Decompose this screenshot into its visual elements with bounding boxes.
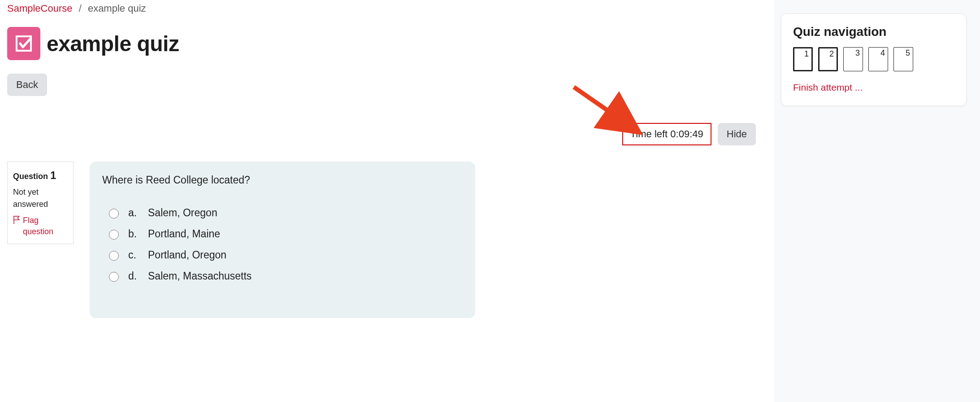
breadcrumb-current: example quiz bbox=[88, 3, 146, 14]
answer-text: Portland, Oregon bbox=[148, 249, 226, 261]
question-number: 1 bbox=[50, 169, 56, 181]
svg-line-2 bbox=[574, 87, 632, 127]
quiz-nav-button-2[interactable]: 2 bbox=[818, 47, 838, 71]
page-title: example quiz bbox=[47, 31, 179, 56]
svg-rect-0 bbox=[17, 36, 31, 51]
answer-option[interactable]: d. Salem, Massachusetts bbox=[102, 266, 463, 287]
question-info-box: Question 1 Not yet answered Flag questio… bbox=[7, 162, 74, 244]
answer-text: Salem, Massachusetts bbox=[148, 270, 252, 282]
breadcrumb-separator: / bbox=[75, 3, 85, 14]
back-button[interactable]: Back bbox=[7, 74, 47, 96]
flag-question-link[interactable]: Flag question bbox=[13, 215, 68, 237]
answer-letter: d. bbox=[128, 270, 140, 282]
answer-radio-b[interactable] bbox=[109, 230, 119, 240]
quiz-nav-button-5[interactable]: 5 bbox=[893, 47, 913, 71]
quiz-nav-button-3[interactable]: 3 bbox=[843, 47, 863, 71]
time-left-label: Time left 0:09:49 bbox=[622, 123, 711, 145]
quiz-nav-button-1[interactable]: 1 bbox=[793, 47, 813, 71]
answer-text: Portland, Maine bbox=[148, 228, 220, 240]
finish-attempt-link[interactable]: Finish attempt ... bbox=[793, 82, 863, 93]
question-text: Where is Reed College located? bbox=[102, 174, 463, 186]
breadcrumb-course-link[interactable]: SampleCourse bbox=[7, 3, 73, 14]
answer-radio-c[interactable] bbox=[109, 251, 119, 261]
quiz-navigation-title: Quiz navigation bbox=[793, 25, 954, 39]
answer-option[interactable]: a. Salem, Oregon bbox=[102, 202, 463, 223]
quiz-nav-button-4[interactable]: 4 bbox=[868, 47, 888, 71]
answer-option[interactable]: b. Portland, Maine bbox=[102, 223, 463, 245]
answer-radio-a[interactable] bbox=[109, 209, 119, 218]
breadcrumb: SampleCourse / example quiz bbox=[7, 0, 767, 19]
quiz-icon bbox=[7, 27, 40, 60]
answer-letter: a. bbox=[128, 207, 140, 219]
question-content: Where is Reed College located? a. Salem,… bbox=[90, 162, 475, 318]
answer-text: Salem, Oregon bbox=[148, 207, 217, 219]
hide-timer-button[interactable]: Hide bbox=[718, 123, 756, 145]
flag-question-label: Flag question bbox=[23, 215, 68, 237]
answer-letter: c. bbox=[128, 249, 140, 261]
flag-icon bbox=[13, 216, 20, 224]
answer-option[interactable]: c. Portland, Oregon bbox=[102, 245, 463, 266]
question-word: Question bbox=[13, 172, 48, 181]
answer-letter: b. bbox=[128, 228, 140, 240]
quiz-navigation-card: Quiz navigation 1 2 3 4 5 Finish attempt… bbox=[781, 13, 967, 106]
answer-radio-d[interactable] bbox=[109, 272, 119, 282]
question-status: Not yet answered bbox=[13, 186, 68, 210]
